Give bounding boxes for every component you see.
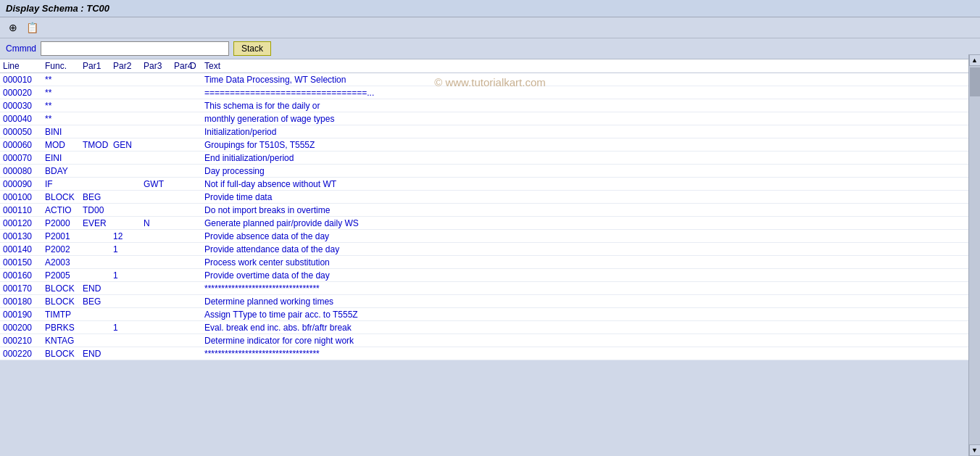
header-func: Func. <box>45 61 83 71</box>
cell-text: Provide overtime data of the day <box>204 270 966 281</box>
tool-icon-2[interactable]: 📋 <box>25 20 39 35</box>
cell-par1: TD00 <box>83 205 113 215</box>
cell-line: 000100 <box>3 192 45 202</box>
cell-text: Provide time data <box>204 192 966 202</box>
table-row[interactable]: 000210 KNTAG Determine indicator for cor… <box>0 334 968 347</box>
cell-func: TIMTP <box>45 310 83 320</box>
header-par4: Par4 <box>174 61 190 71</box>
table-row[interactable]: 000140 P2002 1 Provide attendance data o… <box>0 243 968 256</box>
cell-par2: GEN <box>113 140 144 150</box>
cell-line: 000140 <box>3 244 45 254</box>
scroll-down-arrow[interactable]: ▼ <box>969 444 981 456</box>
table-row[interactable]: 000030 ** This schema is for the daily o… <box>0 99 968 112</box>
table-row[interactable]: 000010 ** Time Data Processing, WT Selec… <box>0 73 968 86</box>
cell-text: Generate planned pair/provide daily WS <box>204 218 966 228</box>
cell-line: 000010 <box>3 75 45 85</box>
cell-line: 000210 <box>3 336 45 346</box>
table-row[interactable]: 000080 BDAY Day processing <box>0 165 968 178</box>
cell-func: ** <box>45 88 83 98</box>
table-row[interactable]: 000070 EINI End initialization/period <box>0 152 968 165</box>
table-row[interactable]: 000160 P2005 1 Provide overtime data of … <box>0 269 968 282</box>
cell-text: ================================... <box>204 88 966 98</box>
table-row[interactable]: 000130 P2001 12 Provide absence data of … <box>0 230 968 243</box>
cell-par1: EVER <box>83 218 113 228</box>
cell-par2: 12 <box>113 231 144 241</box>
table-row[interactable]: 000060 MOD TMOD GEN Groupings for T510S,… <box>0 138 968 152</box>
table-row[interactable]: 000220 BLOCK END ***********************… <box>0 347 968 360</box>
cell-line: 000060 <box>3 140 45 150</box>
cell-line: 000030 <box>3 101 45 111</box>
cell-line: 000020 <box>3 88 45 98</box>
table-header: Line Func. Par1 Par2 Par3 Par4 D Text <box>0 59 968 73</box>
cell-line: 000180 <box>3 297 45 307</box>
cell-func: A2003 <box>45 257 83 268</box>
cell-text: ********************************** <box>204 283 966 294</box>
cell-text: Process work center substitution <box>204 257 966 268</box>
cell-par1: END <box>83 349 113 359</box>
table-row[interactable]: 000120 P2000 EVER N Generate planned pai… <box>0 217 968 230</box>
cell-text: Day processing <box>204 166 966 176</box>
command-bar: Cmmnd Stack <box>0 38 980 59</box>
table-row[interactable]: 000190 TIMTP Assign TType to time pair a… <box>0 308 968 321</box>
table-row[interactable]: 000090 IF GWT Not if full-day absence wi… <box>0 178 968 191</box>
stack-button[interactable]: Stack <box>233 41 271 56</box>
cell-func: ** <box>45 75 83 85</box>
cell-par3: N <box>144 218 174 228</box>
cell-func: IF <box>45 179 83 189</box>
cell-func: P2005 <box>45 270 83 281</box>
cell-text: Determine indicator for core night work <box>204 336 966 346</box>
table-row[interactable]: 000050 BINI Initialization/period <box>0 125 968 138</box>
cell-par2: 1 <box>113 270 144 281</box>
table-row[interactable]: 000040 ** monthly generation of wage typ… <box>0 112 968 125</box>
cell-func: BLOCK <box>45 192 83 202</box>
cell-func: P2001 <box>45 231 83 241</box>
cell-text: Assign TType to time pair acc. to T555Z <box>204 310 966 320</box>
cell-line: 000200 <box>3 323 45 333</box>
cell-line: 000160 <box>3 270 45 281</box>
header-par2: Par2 <box>113 61 144 71</box>
table-row[interactable]: 000020 ** ==============================… <box>0 86 968 99</box>
cell-text: Determine planned working times <box>204 297 966 307</box>
cell-line: 000170 <box>3 283 45 294</box>
command-input[interactable] <box>41 41 229 56</box>
cell-line: 000090 <box>3 179 45 189</box>
cell-line: 000110 <box>3 205 45 215</box>
cell-func: EINI <box>45 153 83 163</box>
cell-func: BLOCK <box>45 349 83 359</box>
cell-line: 000150 <box>3 257 45 268</box>
table-row[interactable]: 000110 ACTIO TD00 Do not import breaks i… <box>0 204 968 217</box>
cell-func: BLOCK <box>45 297 83 307</box>
scroll-up-arrow[interactable]: ▲ <box>969 54 981 66</box>
command-label: Cmmnd <box>6 43 36 54</box>
cell-func: BLOCK <box>45 283 83 294</box>
cell-text: Eval. break end inc. abs. bfr/aftr break <box>204 323 966 333</box>
table-row[interactable]: 000170 BLOCK END ***********************… <box>0 282 968 295</box>
title-bar: Display Schema : TC00 <box>0 0 980 17</box>
cell-line: 000220 <box>3 349 45 359</box>
table-row[interactable]: 000100 BLOCK BEG Provide time data <box>0 191 968 204</box>
table-row[interactable]: 000180 BLOCK BEG Determine planned worki… <box>0 295 968 308</box>
cell-par1: TMOD <box>83 140 113 150</box>
content-area: Line Func. Par1 Par2 Par3 Par4 D Text 00… <box>0 59 968 360</box>
header-par1: Par1 <box>83 61 113 71</box>
cell-func: P2000 <box>45 218 83 228</box>
cell-line: 000120 <box>3 218 45 228</box>
tool-icon-1[interactable]: ⊕ <box>6 20 20 35</box>
cell-par3: GWT <box>144 179 174 189</box>
cell-line: 000040 <box>3 114 45 124</box>
header-text: Text <box>204 61 966 71</box>
scrollbar-right: ▲ ▼ <box>968 54 980 456</box>
cell-text: This schema is for the daily or <box>204 101 966 111</box>
cell-text: monthly generation of wage types <box>204 114 966 124</box>
table-row[interactable]: 000200 PBRKS 1 Eval. break end inc. abs.… <box>0 321 968 334</box>
page-title: Display Schema : TC00 <box>6 3 109 14</box>
cell-line: 000190 <box>3 310 45 320</box>
cell-text: Provide absence data of the day <box>204 231 966 241</box>
table-row[interactable]: 000150 A2003 Process work center substit… <box>0 256 968 269</box>
table-body: 000010 ** Time Data Processing, WT Selec… <box>0 73 968 360</box>
scroll-thumb[interactable] <box>970 67 980 96</box>
cell-text: Time Data Processing, WT Selection <box>204 75 966 85</box>
header-d: D <box>190 61 204 71</box>
cell-par1: BEG <box>83 192 113 202</box>
cell-func: PBRKS <box>45 323 83 333</box>
